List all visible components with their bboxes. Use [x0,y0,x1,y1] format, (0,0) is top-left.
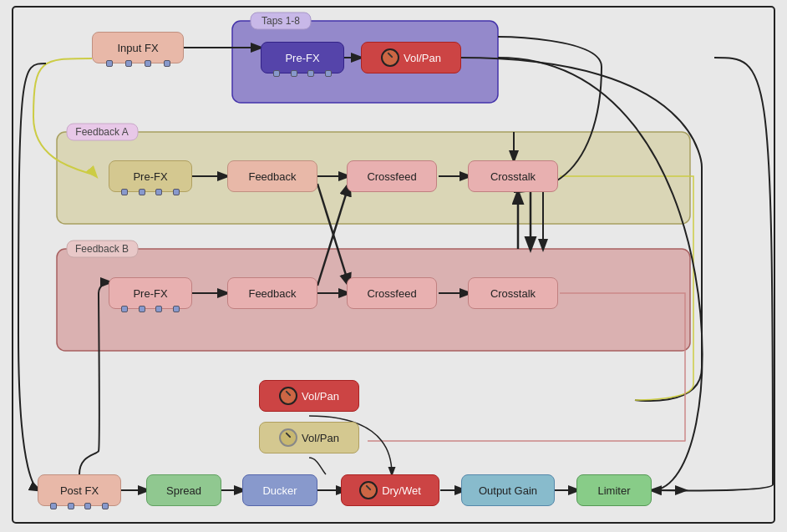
port [139,189,145,195]
output-gain-label: Output Gain [479,484,537,497]
limiter-label: Limiter [597,484,630,497]
port [173,306,180,312]
output-gain-node[interactable]: Output Gain [461,474,555,506]
feedback-b-node[interactable]: Feedback [227,277,317,309]
port [106,60,113,67]
ducker-label: Ducker [262,484,297,497]
port [68,503,74,509]
volpan-b-label: Vol/Pan [302,432,339,444]
input-fx-node[interactable]: Input FX [92,32,184,63]
crossfeed-a-label: Crossfeed [367,170,416,183]
post-fx-node[interactable]: Post FX [38,474,121,506]
ducker-node[interactable]: Ducker [242,474,317,506]
feedback-b-label: Feedback [248,287,296,300]
volpan-a-label: Vol/Pan [302,390,339,403]
port [121,306,128,312]
svg-text:Taps 1-8: Taps 1-8 [261,15,300,27]
drywet-node[interactable]: Dry/Wet [341,474,439,506]
volpan-top-label: Vol/Pan [404,52,441,64]
drywet-label: Dry/Wet [382,484,421,497]
crossfeed-b-label: Crossfeed [367,287,416,300]
svg-rect-5 [67,124,138,140]
crosstalk-a-node[interactable]: Crosstalk [468,160,558,192]
volpan-a-node[interactable]: Vol/Pan [259,380,359,412]
port [50,503,57,509]
prefx-a-node[interactable]: Pre-FX [109,160,192,192]
limiter-node[interactable]: Limiter [576,474,652,506]
prefx-a-label: Pre-FX [133,170,167,183]
port [84,503,91,509]
prefx-b-node[interactable]: Pre-FX [109,277,192,309]
feedback-a-label: Feedback [248,170,296,183]
port [145,60,151,67]
port [273,70,280,77]
svg-rect-0 [13,7,774,523]
port [155,189,162,195]
volpan-top-node[interactable]: Vol/Pan [361,42,461,73]
prefx-top-node[interactable]: Pre-FX [261,42,344,73]
port [125,60,132,67]
crosstalk-a-label: Crosstalk [490,170,536,183]
port [164,60,170,67]
crosstalk-b-node[interactable]: Crosstalk [468,277,558,309]
svg-rect-2 [251,13,311,29]
svg-line-19 [317,184,349,286]
svg-rect-8 [67,241,138,257]
port [102,503,109,509]
crossfeed-a-node[interactable]: Crossfeed [347,160,437,192]
crossfeed-b-node[interactable]: Crossfeed [347,277,437,309]
post-fx-label: Post FX [60,484,99,497]
port [121,189,128,195]
connections-svg: Taps 1-8 Feedback A Feedback B [0,0,787,532]
svg-text:Feedback B: Feedback B [75,243,129,255]
port [291,70,297,77]
spread-node[interactable]: Spread [146,474,221,506]
volpan-b-node[interactable]: Vol/Pan [259,422,359,453]
prefx-b-label: Pre-FX [133,287,167,300]
port [139,306,145,312]
svg-text:Feedback A: Feedback A [75,126,128,138]
input-fx-label: Input FX [117,42,158,54]
port [307,70,314,77]
port [155,306,162,312]
svg-line-18 [317,184,349,286]
spread-label: Spread [166,484,201,497]
feedback-a-node[interactable]: Feedback [227,160,317,192]
port [173,189,180,195]
crosstalk-b-label: Crosstalk [490,287,536,300]
prefx-top-label: Pre-FX [285,52,319,64]
port [325,70,332,77]
canvas: Taps 1-8 Feedback A Feedback B [0,0,787,532]
